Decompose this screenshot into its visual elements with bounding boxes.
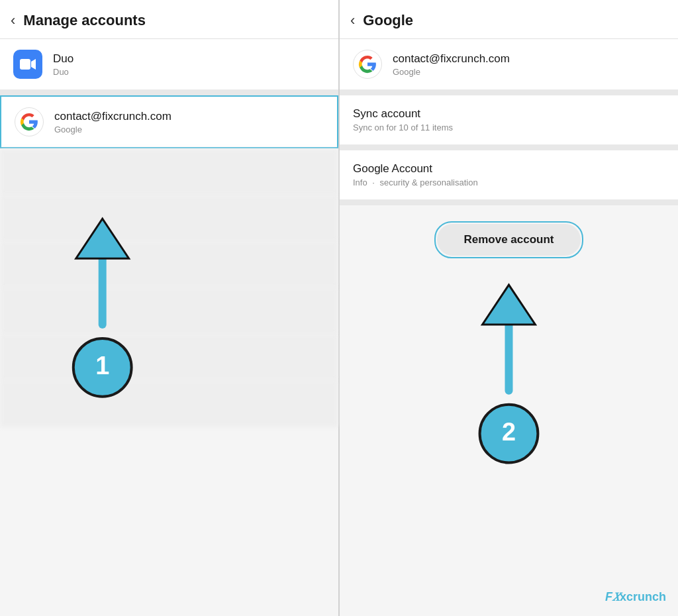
sync-account-section[interactable]: Sync account Sync on for 10 of 11 items — [340, 95, 678, 145]
right-separator-3 — [340, 200, 678, 205]
right-email: contact@fixcrunch.com — [393, 52, 510, 66]
right-separator-2 — [340, 145, 678, 150]
left-back-arrow[interactable]: ‹ — [11, 13, 15, 28]
right-header: ‹ Google — [340, 0, 678, 39]
sync-title: Sync account — [353, 107, 665, 121]
google-account-text-left: contact@fixcrunch.com Google — [54, 110, 171, 134]
right-back-arrow[interactable]: ‹ — [350, 13, 355, 28]
blurred-item-6 — [0, 380, 338, 427]
svg-marker-9 — [483, 285, 536, 325]
duo-account-text: Duo Duo — [53, 52, 73, 77]
google-icon-left — [15, 107, 44, 136]
right-account-sub: Google — [393, 67, 510, 77]
google-account-sub: Info · security & personalisation — [353, 178, 665, 187]
blurred-item-2 — [0, 195, 338, 241]
duo-account-name: Duo — [53, 52, 73, 66]
duo-account-item[interactable]: Duo Duo — [0, 39, 338, 90]
right-account-item: contact@fixcrunch.com Google — [340, 39, 678, 90]
right-account-text: contact@fixcrunch.com Google — [393, 52, 510, 77]
duo-icon — [13, 50, 42, 79]
right-header-title: Google — [363, 12, 413, 29]
remove-btn-wrapper: Remove account — [434, 221, 583, 258]
google-sub-left: Google — [54, 125, 171, 134]
watermark-crunch: xcrunch — [620, 590, 666, 603]
google-account-section[interactable]: Google Account Info · security & persona… — [340, 150, 678, 200]
svg-text:2: 2 — [502, 418, 516, 446]
remove-account-button[interactable]: Remove account — [437, 224, 580, 256]
svg-rect-0 — [20, 59, 30, 70]
blurred-item-3 — [0, 241, 338, 287]
google-email-left: contact@fixcrunch.com — [54, 110, 171, 123]
right-separator-1 — [340, 90, 678, 95]
google-account-security: security & personalisation — [380, 178, 478, 187]
svg-point-11 — [480, 405, 538, 463]
left-header: ‹ Manage accounts — [0, 0, 338, 39]
blurred-item-4 — [0, 287, 338, 334]
svg-marker-1 — [31, 59, 36, 70]
separator-1 — [0, 90, 338, 95]
duo-account-sub: Duo — [53, 67, 73, 77]
google-account-info: Info — [353, 178, 367, 187]
blurred-item-5 — [0, 334, 338, 380]
watermark-fix: F𝛸 — [605, 590, 620, 603]
left-panel: ‹ Manage accounts Duo Duo contact@fix — [0, 0, 340, 616]
svg-marker-10 — [483, 285, 536, 325]
google-account-item[interactable]: contact@fixcrunch.com Google — [0, 95, 338, 148]
blurred-item-1 — [0, 148, 338, 195]
right-panel: ‹ Google contact@fixcrunch.com Google Sy… — [340, 0, 678, 616]
google-icon-right — [353, 50, 382, 79]
left-header-title: Manage accounts — [23, 12, 146, 29]
sync-sub: Sync on for 10 of 11 items — [353, 123, 665, 132]
watermark: F𝛸xcrunch — [605, 590, 666, 604]
remove-account-section: Remove account — [340, 205, 678, 274]
google-account-title: Google Account — [353, 162, 665, 176]
